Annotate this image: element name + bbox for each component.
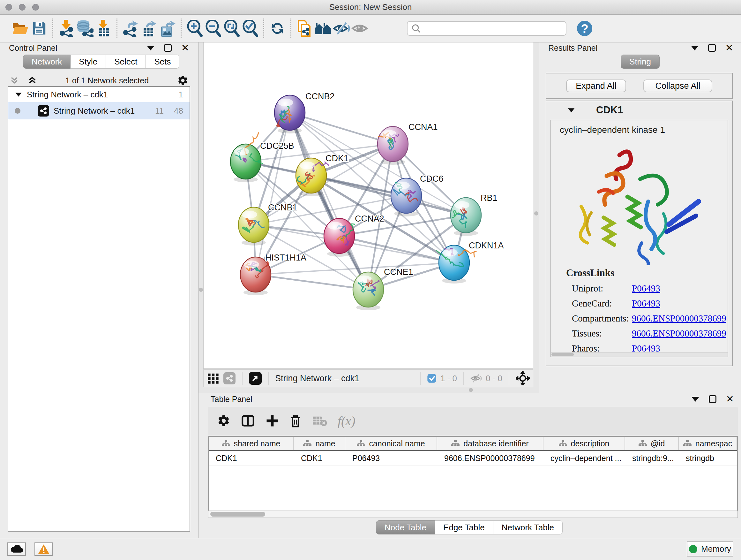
export-table-button[interactable] <box>140 17 158 39</box>
collapse-table-panel-icon[interactable] <box>691 397 699 401</box>
cell-2[interactable]: P06493 <box>345 451 437 465</box>
function-builder-icon[interactable]: f(x) <box>338 414 355 428</box>
crosslink-link[interactable]: 9606.ENSP00000378699 <box>632 328 726 339</box>
collection-expand-icon[interactable] <box>15 92 21 97</box>
column-header-4[interactable]: description <box>543 437 625 450</box>
crosslink-link[interactable]: 9606.ENSP00000378699 <box>632 313 726 324</box>
delete-column-trash-icon[interactable] <box>289 414 302 428</box>
node-CDKN1A[interactable] <box>436 245 475 284</box>
warnings-button[interactable] <box>35 543 53 556</box>
node-RB1[interactable] <box>451 198 481 236</box>
node-CCNE1[interactable] <box>353 272 384 310</box>
help-button[interactable]: ? <box>576 17 594 39</box>
edge-HIST1H1A-CCNE1[interactable] <box>256 274 368 290</box>
bottom-splitter-handle[interactable] <box>469 388 473 392</box>
table-row[interactable]: CDK1CDK1P064939606.ENSP00000378699cyclin… <box>209 451 737 465</box>
column-header-3[interactable]: database identifier <box>437 437 543 450</box>
node-CDC25B[interactable] <box>230 133 263 182</box>
node-CCNB2[interactable] <box>274 95 305 133</box>
entry-header[interactable]: CDK1 <box>546 101 732 119</box>
edge-CCNB2-HIST1H1A[interactable] <box>256 113 290 274</box>
network-collection-row[interactable]: String Network – cdk1 1 <box>8 87 190 102</box>
zoom-out-button[interactable] <box>204 17 222 39</box>
memory-button[interactable]: Memory <box>687 542 733 557</box>
left-splitter-handle[interactable] <box>199 288 203 292</box>
first-neighbors-button[interactable] <box>314 17 332 39</box>
expand-all-networks-icon[interactable] <box>10 76 19 85</box>
show-all-button[interactable] <box>351 17 369 39</box>
pan-crosshair-icon[interactable] <box>516 371 530 385</box>
scrollbar-thumb[interactable] <box>210 512 265 516</box>
tab-string[interactable]: String <box>621 55 660 69</box>
zoom-in-button[interactable] <box>185 17 204 39</box>
table-hscrollbar[interactable] <box>208 511 738 518</box>
float-panel-icon[interactable] <box>164 44 172 52</box>
hidden-eye-slash-icon[interactable] <box>470 373 482 383</box>
tab-sets[interactable]: Sets <box>146 55 179 69</box>
edge-CCNB2-CCNE1[interactable] <box>290 113 368 290</box>
export-network-button[interactable] <box>121 17 140 39</box>
collapse-results-icon[interactable] <box>691 46 698 51</box>
entry-collapse-icon[interactable] <box>568 108 575 112</box>
cell-6[interactable]: stringdb <box>679 451 737 465</box>
apply-layout-button[interactable] <box>268 17 286 39</box>
column-header-2[interactable]: canonical name <box>345 437 437 450</box>
tab-network-table[interactable]: Network Table <box>493 520 562 535</box>
network-graph[interactable]: CCNB2CCNA1CDC25BCDK1CDC6RB1CCNB1CCNA2CDK… <box>204 43 534 369</box>
cell-3[interactable]: 9606.ENSP00000378699 <box>437 451 543 465</box>
column-header-0[interactable]: shared name <box>209 437 294 450</box>
tab-select[interactable]: Select <box>106 55 146 69</box>
tab-style[interactable]: Style <box>71 55 106 69</box>
node-HIST1H1A[interactable] <box>240 257 271 295</box>
edge-CCNB2-CCNA1[interactable] <box>290 113 393 144</box>
node-CCNB1[interactable] <box>239 207 269 246</box>
network-share-icon[interactable] <box>223 372 235 384</box>
crosslink-link[interactable]: P06493 <box>632 298 660 309</box>
selected-checkbox-icon[interactable] <box>427 374 436 383</box>
cell-5[interactable]: stringdb:9... <box>625 451 679 465</box>
tab-node-table[interactable]: Node Table <box>376 520 435 535</box>
network-options-gear-icon[interactable] <box>177 75 189 86</box>
node-CCNA1[interactable] <box>378 126 408 165</box>
collapse-all-button[interactable]: Collapse All <box>643 79 712 92</box>
hide-selected-button[interactable] <box>332 17 351 39</box>
birdseye-view-icon[interactable] <box>249 372 262 385</box>
right-splitter-handle[interactable] <box>534 211 538 215</box>
float-results-icon[interactable] <box>708 44 716 52</box>
open-session-button[interactable] <box>11 17 30 39</box>
close-panel-icon[interactable]: ✕ <box>181 43 189 53</box>
expand-all-button[interactable]: Expand All <box>566 79 626 92</box>
delete-table-icon[interactable] <box>312 415 327 427</box>
show-columns-icon[interactable] <box>241 414 255 428</box>
results-hscrollbar[interactable] <box>551 352 728 357</box>
cell-4[interactable]: cyclin–dependent ... <box>543 451 625 465</box>
collapse-panel-icon[interactable] <box>147 46 154 51</box>
cell-1[interactable]: CDK1 <box>294 451 345 465</box>
save-session-button[interactable] <box>30 17 49 39</box>
cloud-button[interactable] <box>7 543 26 556</box>
crosslink-link[interactable]: P06493 <box>632 283 660 294</box>
export-image-button[interactable] <box>158 17 177 39</box>
float-table-panel-icon[interactable] <box>709 395 717 403</box>
search-box[interactable] <box>407 21 566 36</box>
zoom-fit-button[interactable] <box>222 17 241 39</box>
close-results-icon[interactable]: ✕ <box>725 43 733 53</box>
tab-edge-table[interactable]: Edge Table <box>435 520 493 535</box>
network-row[interactable]: String Network – cdk1 11 48 <box>8 102 190 119</box>
zoom-selected-button[interactable] <box>241 17 259 39</box>
import-network-from-database-button[interactable] <box>76 17 94 39</box>
import-table-button[interactable] <box>94 17 113 39</box>
cell-0[interactable]: CDK1 <box>209 451 294 465</box>
column-header-5[interactable]: @id <box>625 437 679 450</box>
close-table-panel-icon[interactable]: ✕ <box>726 394 734 404</box>
tab-network[interactable]: Network <box>23 55 71 69</box>
add-column-plus-icon[interactable] <box>266 414 279 428</box>
search-input[interactable] <box>423 24 562 33</box>
grid-view-icon[interactable] <box>207 372 219 385</box>
import-network-button[interactable] <box>57 17 76 39</box>
new-network-from-selection-button[interactable] <box>295 17 314 39</box>
network-view[interactable]: CCNB2CCNA1CDC25BCDK1CDC6RB1CCNB1CCNA2CDK… <box>203 43 533 369</box>
table-settings-gear-icon[interactable] <box>217 414 230 428</box>
column-header-6[interactable]: namespac <box>679 437 737 450</box>
column-header-1[interactable]: name <box>294 437 345 450</box>
